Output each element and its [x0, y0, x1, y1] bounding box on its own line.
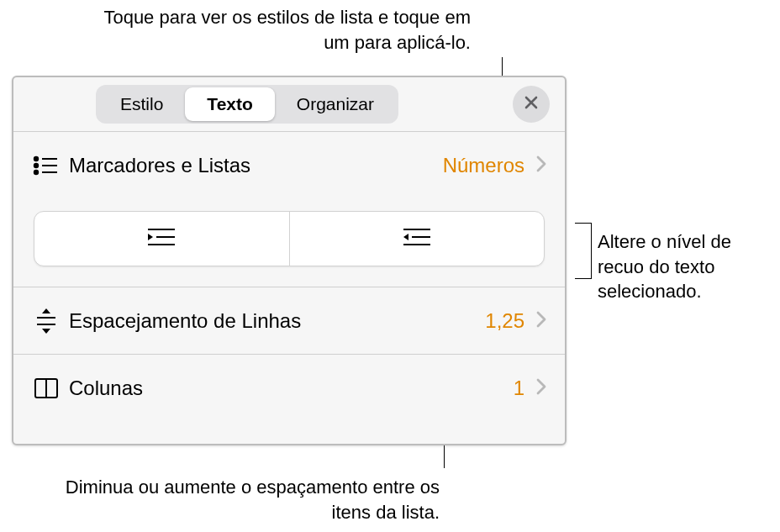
callout-indent-level: Altere o nível de recuo do texto selecio…: [598, 229, 774, 304]
indent-icon: [402, 225, 432, 252]
tab-text[interactable]: Texto: [185, 87, 274, 121]
columns-value: 1: [514, 377, 524, 400]
format-panel: Estilo Texto Organizar Marc: [12, 76, 567, 445]
svg-marker-11: [148, 234, 153, 240]
close-button[interactable]: [513, 86, 550, 123]
segmented-control: Estilo Texto Organizar: [96, 85, 398, 124]
line-spacing-icon: [32, 307, 69, 335]
svg-marker-16: [42, 308, 50, 313]
svg-point-4: [34, 164, 38, 167]
tab-arrange[interactable]: Organizar: [275, 87, 396, 121]
leader-line: [575, 223, 592, 224]
outdent-button[interactable]: [34, 212, 290, 266]
tab-header: Estilo Texto Organizar: [13, 77, 565, 132]
callout-list-styles: Toque para ver os estilos de lista e toq…: [92, 5, 471, 55]
line-spacing-label: Espacejamento de Linhas: [69, 309, 485, 333]
chevron-right-icon: [536, 155, 546, 176]
callout-line-spacing: Diminua ou aumente o espaçamento entre o…: [40, 475, 440, 524]
row-columns[interactable]: Colunas 1: [13, 355, 565, 422]
line-spacing-value: 1,25: [485, 309, 524, 333]
indent-section: [13, 199, 565, 287]
indent-control: [34, 211, 545, 266]
bullet-list-icon: [32, 151, 69, 180]
bullets-lists-label: Marcadores e Listas: [69, 154, 443, 177]
svg-marker-19: [42, 329, 50, 334]
leader-line: [591, 223, 592, 279]
chevron-right-icon: [536, 378, 546, 398]
indent-button[interactable]: [290, 212, 545, 266]
columns-icon: [32, 374, 69, 403]
tab-style[interactable]: Estilo: [98, 87, 185, 121]
close-icon: [524, 95, 539, 113]
row-bullets-lists[interactable]: Marcadores e Listas Números: [13, 132, 565, 199]
svg-point-6: [34, 171, 38, 174]
chevron-right-icon: [536, 311, 546, 331]
leader-line: [575, 278, 592, 279]
columns-label: Colunas: [69, 377, 514, 400]
outdent-icon: [146, 225, 177, 252]
row-line-spacing[interactable]: Espacejamento de Linhas 1,25: [13, 287, 565, 355]
svg-point-2: [34, 157, 38, 161]
bullets-lists-value: Números: [443, 154, 524, 177]
svg-marker-15: [403, 234, 408, 240]
